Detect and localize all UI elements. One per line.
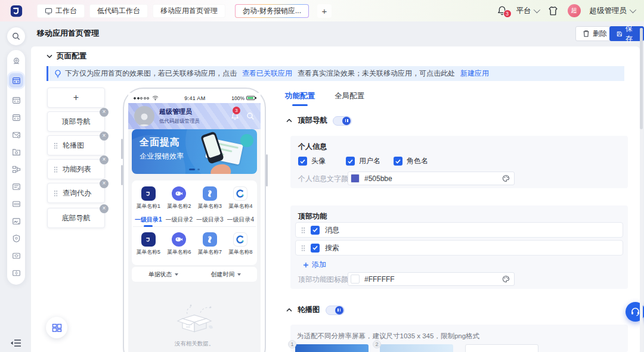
rail-item-assistant[interactable] <box>11 56 21 66</box>
remove-component-icon[interactable]: × <box>100 132 109 141</box>
checkbox-avatar[interactable]: 头像 <box>298 156 326 166</box>
filter-create-time[interactable]: 创建时间 <box>211 270 241 279</box>
component-label: 功能列表 <box>63 164 91 175</box>
user-menu[interactable]: 超级管理员 <box>590 6 635 16</box>
color-picker-icon[interactable] <box>502 175 510 182</box>
save-button[interactable]: 保存 <box>609 26 644 41</box>
phone-search-icon[interactable] <box>246 112 255 120</box>
menu-item-3[interactable]: 菜单名称3 <box>194 186 225 210</box>
rail-item-page-code[interactable] <box>11 95 21 105</box>
rail-item-page-code-2[interactable] <box>11 113 21 122</box>
remove-component-icon[interactable]: × <box>100 179 109 188</box>
theme-clothes-icon[interactable] <box>547 5 559 17</box>
new-tab-button[interactable]: + <box>317 4 332 18</box>
drag-handle-icon[interactable] <box>54 190 58 197</box>
menu-item-5[interactable]: 菜单名称5 <box>133 232 164 256</box>
category-tab-3[interactable]: 一级目录3 <box>194 216 225 224</box>
rail-item-workflow[interactable] <box>11 164 21 174</box>
section-page-config[interactable]: 页面配置 <box>47 51 86 61</box>
rail-search-button[interactable] <box>7 27 25 45</box>
function-row-message[interactable]: 消息 <box>295 222 623 238</box>
create-app-link[interactable]: 新建应用 <box>460 68 489 79</box>
top-nav-toggle[interactable] <box>333 116 352 126</box>
remove-component-icon[interactable]: × <box>100 108 109 117</box>
carousel-toggle[interactable] <box>326 306 345 315</box>
rail-item-image-report[interactable] <box>11 216 21 226</box>
rail-item-monitor[interactable] <box>11 251 21 260</box>
menu-icon-logo <box>141 232 156 247</box>
collapse-sidebar-icon[interactable] <box>10 338 22 348</box>
component-bottom-nav[interactable]: 底部导航 × <box>47 208 105 228</box>
checkbox-username[interactable]: 用户名 <box>346 156 380 166</box>
section-top-nav[interactable]: 顶部导航 <box>286 116 352 126</box>
drag-handle-icon[interactable] <box>54 142 58 149</box>
top-function-color-input[interactable]: #FFFFFF <box>348 272 515 286</box>
carousel-thumb-empty[interactable] <box>465 344 538 352</box>
component-top-nav[interactable]: 顶部导航 × <box>47 111 105 132</box>
tab-mobile-home-mgmt[interactable]: 移动应用首页管理 <box>153 4 225 18</box>
drag-handle-icon[interactable] <box>301 227 305 233</box>
tab-workbench[interactable]: 工作台 <box>37 4 85 18</box>
category-tab-4[interactable]: 一级目录4 <box>225 216 256 224</box>
phone-carousel-banner[interactable]: 全面提高 企业报销效率 <box>132 129 257 174</box>
checkbox-checked-icon[interactable] <box>346 157 355 166</box>
lightbulb-icon <box>54 70 61 78</box>
view-linked-app-link[interactable]: 查看已关联应用 <box>242 68 292 79</box>
rail-item-security[interactable] <box>11 233 21 243</box>
menu-icon-seahorse <box>203 186 217 201</box>
rail-item-folder-settings[interactable] <box>11 147 21 157</box>
menu-item-4[interactable]: 菜单名称4 <box>225 186 256 210</box>
color-picker-icon[interactable] <box>502 275 510 283</box>
checkbox-rolename[interactable]: 角色名 <box>394 156 428 166</box>
carousel-thumb-1[interactable] <box>295 344 369 352</box>
carousel-thumb-2[interactable] <box>380 344 453 352</box>
tab-function-config[interactable]: 功能配置 <box>285 91 315 106</box>
page-scrollbar[interactable] <box>640 28 643 352</box>
tab-finance-app-active[interactable]: 勿动-财务报销应... <box>235 4 309 18</box>
layout-grid-button[interactable] <box>46 317 67 338</box>
rail-item-keypad[interactable] <box>11 199 21 208</box>
component-carousel[interactable]: 轮播图 × <box>47 135 105 155</box>
rail-item-card-settings[interactable] <box>11 268 21 278</box>
section-carousel[interactable]: 轮播图 <box>286 305 345 315</box>
tab-lowcode-workbench[interactable]: 低代码工作台 <box>89 4 148 18</box>
workbench-icon <box>45 7 52 15</box>
drag-handle-icon[interactable] <box>301 245 305 251</box>
menu-item-7[interactable]: 菜单名称7 <box>194 232 225 256</box>
add-function-link[interactable]: 添加 <box>303 260 326 270</box>
remove-component-icon[interactable]: × <box>100 204 109 213</box>
menu-item-1[interactable]: 菜单名称1 <box>133 186 164 210</box>
menu-item-2[interactable]: 菜单名称2 <box>164 186 195 210</box>
component-query-todo[interactable]: 查询代办 × <box>47 183 105 203</box>
personal-color-input[interactable]: #505bbe <box>348 172 515 185</box>
color-swatch[interactable] <box>351 275 360 284</box>
phone-power-button <box>266 154 268 186</box>
checkbox-checked-icon[interactable] <box>311 244 320 253</box>
delete-button[interactable]: 删除 <box>575 26 614 41</box>
rail-item-form[interactable] <box>11 182 21 191</box>
rail-item-mail-settings[interactable] <box>11 130 21 139</box>
user-avatar[interactable]: 超 <box>568 4 581 17</box>
category-tab-2[interactable]: 一级目录2 <box>164 216 195 224</box>
rail-item-page-designer-active[interactable] <box>9 73 23 88</box>
badge-illustration <box>240 134 253 147</box>
filter-bill-status[interactable]: 单据状态 <box>148 270 178 279</box>
add-component-button[interactable]: + <box>47 88 105 108</box>
drag-handle-icon[interactable] <box>54 166 58 173</box>
remove-component-icon[interactable]: × <box>100 155 109 164</box>
menu-item-6[interactable]: 菜单名称6 <box>164 232 195 256</box>
platform-menu[interactable]: 平台 <box>516 6 538 16</box>
checkbox-checked-icon[interactable] <box>298 157 307 166</box>
color-swatch[interactable] <box>351 174 360 183</box>
category-tab-1[interactable]: 一级目录1 <box>133 216 164 224</box>
tab-global-config[interactable]: 全局配置 <box>335 91 364 106</box>
headset-icon <box>630 307 640 317</box>
menu-item-8[interactable]: 菜单名称8 <box>225 232 256 256</box>
checkbox-checked-icon[interactable] <box>394 157 402 166</box>
function-row-search[interactable]: 搜索 <box>295 240 623 256</box>
checkbox-checked-icon[interactable] <box>311 226 320 235</box>
component-function-list[interactable]: 功能列表 × <box>47 159 105 179</box>
phone-category-tabs: 一级目录1 一级目录2 一级目录3 一级目录4 <box>132 210 257 224</box>
chevron-down-icon <box>533 7 540 13</box>
notifications-button[interactable]: 3 <box>497 5 507 16</box>
